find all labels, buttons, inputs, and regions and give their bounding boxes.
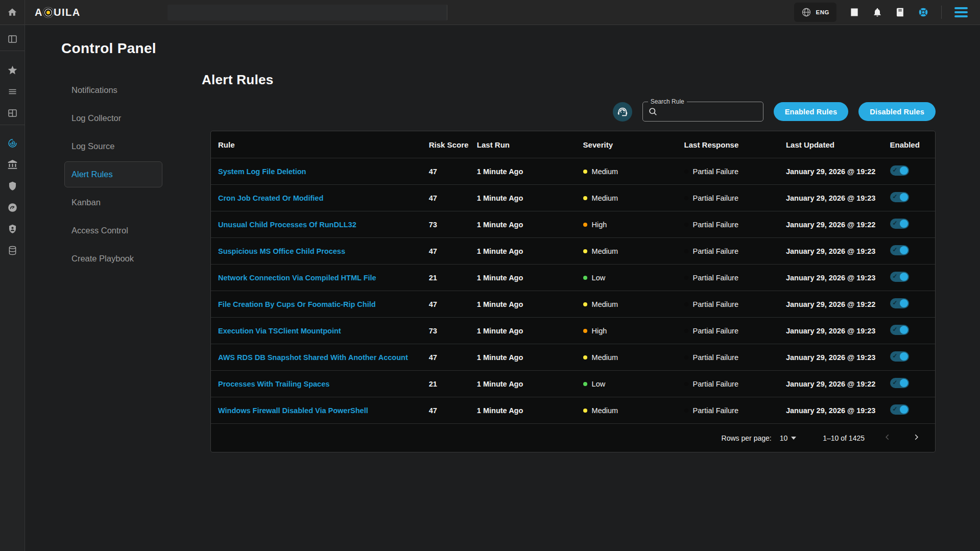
response-dot [684, 249, 688, 253]
rule-link[interactable]: AWS RDS DB Snapshot Shared With Another … [218, 353, 408, 362]
enabled-toggle[interactable]: ✓ [890, 378, 909, 388]
last-updated-value: January 29, 2026 @ 19:23 [786, 327, 890, 335]
rule-link[interactable]: Windows Firewall Disabled Via PowerShell [218, 406, 368, 415]
list-view-button[interactable] [0, 81, 25, 102]
enabled-toggle[interactable]: ✓ [890, 272, 909, 282]
community-button[interactable] [918, 7, 928, 17]
last-run-value: 1 Minute Ago [477, 327, 583, 335]
main-menu-button[interactable] [954, 7, 968, 17]
enabled-toggle[interactable]: ✓ [890, 219, 909, 229]
response-dot [684, 329, 688, 333]
enabled-rules-button[interactable]: Enabled Rules [774, 102, 849, 121]
bank-button[interactable] [0, 154, 25, 175]
rule-link[interactable]: Suspicious MS Office Child Process [218, 247, 345, 255]
sidebar-item-create-playbook[interactable]: Create Playbook [64, 246, 162, 272]
caret-down-icon [791, 437, 796, 440]
enabled-toggle[interactable]: ✓ [890, 192, 909, 202]
next-page-button[interactable] [911, 432, 922, 444]
table-row: Cron Job Created Or Modified 47 1 Minute… [211, 185, 935, 211]
notifications-button[interactable] [872, 7, 882, 17]
rail-divider [0, 125, 25, 125]
last-response-value: Partial Failure [693, 406, 738, 415]
rule-link[interactable]: Cron Job Created Or Modified [218, 194, 323, 202]
severity-dot [583, 196, 587, 200]
sidebar-item-access-control[interactable]: Access Control [64, 218, 162, 244]
list-icon [7, 86, 18, 97]
enabled-toggle[interactable]: ✓ [890, 298, 909, 308]
admin-shield-button[interactable] [0, 218, 25, 239]
docs-button[interactable] [895, 7, 905, 17]
topbar-actions: ENG [794, 3, 980, 22]
split-panel-button[interactable] [0, 28, 25, 50]
disabled-rules-button[interactable]: Disabled Rules [858, 102, 936, 121]
last-updated-value: January 29, 2026 @ 19:22 [786, 221, 890, 229]
last-updated-value: January 29, 2026 @ 19:22 [786, 167, 890, 176]
severity-value: Medium [592, 300, 618, 308]
last-response-value: Partial Failure [693, 274, 738, 282]
table-row: AWS RDS DB Snapshot Shared With Another … [211, 344, 935, 371]
threat-radar-button[interactable] [0, 132, 25, 154]
rule-link[interactable]: File Creation By Cups Or Foomatic-Rip Ch… [218, 300, 376, 308]
top-bar: AUILA ENG [25, 0, 980, 25]
table-row: Windows Firewall Disabled Via PowerShell… [211, 397, 935, 424]
split-panel-icon [7, 34, 18, 44]
radar-icon [7, 138, 18, 149]
enabled-toggle[interactable]: ✓ [890, 245, 909, 255]
rule-link[interactable]: Execution Via TSClient Mountpoint [218, 327, 341, 335]
rows-per-page-select[interactable]: 10 [780, 434, 797, 442]
database-button[interactable] [0, 239, 25, 261]
risk-score-value: 47 [429, 353, 477, 362]
rule-link[interactable]: System Log File Deletion [218, 167, 306, 176]
home-button[interactable] [0, 0, 25, 25]
organization-button[interactable] [849, 7, 859, 17]
logo-eye-icon [43, 8, 53, 17]
table-row: File Creation By Cups Or Foomatic-Rip Ch… [211, 291, 935, 318]
last-run-value: 1 Minute Ago [477, 167, 583, 176]
layout-button[interactable] [0, 102, 25, 124]
rule-link[interactable]: Unusual Child Processes Of RunDLL32 [218, 221, 356, 229]
table-row: Unusual Child Processes Of RunDLL32 73 1… [211, 211, 935, 238]
gauge-button[interactable] [0, 197, 25, 218]
toggle-knob [900, 405, 908, 414]
rule-link[interactable]: Network Connection Via Compiled HTML Fil… [218, 274, 376, 282]
language-selector[interactable]: ENG [794, 3, 836, 22]
favorites-button[interactable] [0, 59, 25, 81]
col-enabled: Enabled [890, 140, 936, 149]
sidebar-item-notifications[interactable]: Notifications [64, 77, 162, 103]
previous-page-button[interactable] [882, 432, 893, 444]
severity-dot [583, 170, 587, 174]
search-rule-field[interactable]: Search Rule [642, 102, 763, 122]
table-row: Processes With Trailing Spaces 21 1 Minu… [211, 371, 935, 397]
shield-button[interactable] [0, 175, 25, 197]
language-label: ENG [816, 9, 829, 15]
col-risk-score: Risk Score [429, 140, 477, 149]
last-run-value: 1 Minute Ago [477, 300, 583, 308]
sidebar-item-log-source[interactable]: Log Source [64, 133, 162, 159]
enabled-toggle[interactable]: ✓ [890, 404, 909, 415]
building-icon [849, 7, 859, 17]
search-rule-label: Search Rule [648, 98, 687, 105]
chevron-right-icon [913, 434, 920, 441]
severity-value: Medium [592, 406, 618, 415]
risk-score-value: 47 [429, 247, 477, 255]
col-last-response: Last Response [684, 140, 786, 149]
search-icon [648, 107, 658, 116]
last-updated-value: January 29, 2026 @ 19:23 [786, 247, 890, 255]
rule-link[interactable]: Processes With Trailing Spaces [218, 380, 329, 388]
support-agent-button[interactable] [613, 102, 632, 122]
sidebar-item-kanban[interactable]: Kanban [64, 189, 162, 215]
risk-score-value: 47 [429, 406, 477, 415]
severity-dot [583, 276, 587, 280]
enabled-toggle[interactable]: ✓ [890, 351, 909, 362]
response-dot [684, 302, 688, 306]
last-run-value: 1 Minute Ago [477, 247, 583, 255]
topbar-search-area[interactable] [168, 5, 447, 20]
sidebar-item-alert-rules[interactable]: Alert Rules [64, 161, 162, 187]
enabled-toggle[interactable]: ✓ [890, 165, 909, 176]
rows-per-page-label: Rows per page: [722, 434, 772, 442]
search-rule-input[interactable] [662, 108, 758, 116]
menu-icon [954, 7, 968, 9]
sidebar-item-log-collector[interactable]: Log Collector [64, 105, 162, 131]
enabled-toggle[interactable]: ✓ [890, 325, 909, 335]
severity-value: High [592, 327, 607, 335]
